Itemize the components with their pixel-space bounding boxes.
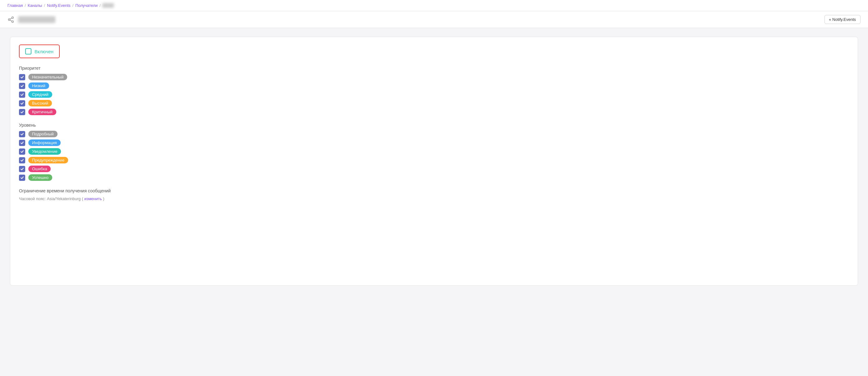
breadcrumb-sep-3: / <box>72 3 74 8</box>
priority-tag-0: Незначительный <box>28 74 67 80</box>
timezone-paren-open: ( <box>82 196 83 201</box>
priority-item-2: Средний <box>19 91 849 98</box>
level-section: Уровень Подробный Информация Уведомление <box>19 123 849 181</box>
enabled-checkbox[interactable] <box>25 48 31 55</box>
breadcrumb-current <box>102 3 114 8</box>
share-icon <box>7 16 14 23</box>
priority-title: Приоритет <box>19 66 849 71</box>
enabled-checkbox-box[interactable]: Включен <box>19 45 60 58</box>
timezone-change-link[interactable]: изменить <box>84 196 102 201</box>
priority-item-4: Критичный <box>19 109 849 115</box>
timezone-label: Часовой пояс: Asia/Yekaterinburg <box>19 196 81 201</box>
level-tag-3: Предупреждение <box>28 157 68 164</box>
content-card: Включен Приоритет Незначительный Низкий <box>10 37 858 286</box>
level-tag-2: Уведомление <box>28 148 61 155</box>
priority-tag-1: Низкий <box>28 83 49 89</box>
sub-bar-left <box>7 16 55 23</box>
level-item-2: Уведомление <box>19 148 849 155</box>
back-button[interactable]: « Notify.Events <box>825 15 861 24</box>
level-check-3[interactable] <box>19 157 25 164</box>
breadcrumb-home[interactable]: Главная <box>7 3 23 8</box>
priority-item-0: Незначительный <box>19 74 849 80</box>
level-check-5[interactable] <box>19 175 25 181</box>
priority-tag-3: Высокий <box>28 100 52 107</box>
time-limit-title: Ограничение времени получения сообщений <box>19 188 849 193</box>
level-tag-0: Подробный <box>28 131 58 137</box>
level-check-4[interactable] <box>19 166 25 172</box>
svg-point-0 <box>12 17 14 18</box>
top-bar: Главная / Каналы / Notify.Events / Получ… <box>0 0 868 11</box>
svg-point-2 <box>12 21 14 22</box>
priority-tag-4: Критичный <box>28 109 56 115</box>
priority-check-4[interactable] <box>19 109 25 115</box>
time-limit-section: Ограничение времени получения сообщений … <box>19 188 849 201</box>
level-item-4: Ошибка <box>19 166 849 172</box>
level-check-0[interactable] <box>19 131 25 137</box>
priority-section: Приоритет Незначительный Низкий Средний <box>19 66 849 115</box>
level-check-1[interactable] <box>19 140 25 146</box>
svg-line-4 <box>10 18 12 19</box>
page-title-blurred <box>18 16 55 23</box>
level-item-5: Успешно <box>19 174 849 181</box>
breadcrumb-recipients[interactable]: Получатели <box>75 3 98 8</box>
level-tag-1: Информация <box>28 140 61 146</box>
breadcrumb-channels[interactable]: Каналы <box>28 3 42 8</box>
breadcrumb-sep-2: / <box>44 3 45 8</box>
priority-check-1[interactable] <box>19 83 25 89</box>
level-tag-4: Ошибка <box>28 166 51 172</box>
breadcrumb-sep-1: / <box>25 3 26 8</box>
priority-item-1: Низкий <box>19 83 849 89</box>
priority-check-0[interactable] <box>19 74 25 80</box>
priority-tag-2: Средний <box>28 91 52 98</box>
breadcrumb: Главная / Каналы / Notify.Events / Получ… <box>7 3 114 8</box>
svg-line-3 <box>10 20 12 21</box>
breadcrumb-sep-4: / <box>99 3 101 8</box>
priority-item-3: Высокий <box>19 100 849 107</box>
priority-check-3[interactable] <box>19 100 25 107</box>
level-item-1: Информация <box>19 140 849 146</box>
timezone-paren-close: ) <box>103 196 104 201</box>
breadcrumb-notify-events[interactable]: Notify.Events <box>47 3 71 8</box>
level-item-0: Подробный <box>19 131 849 137</box>
level-title: Уровень <box>19 123 849 127</box>
svg-point-1 <box>8 19 10 21</box>
sub-bar: « Notify.Events <box>0 11 868 28</box>
main-content: Включен Приоритет Незначительный Низкий <box>0 28 868 294</box>
timezone-row: Часовой пояс: Asia/Yekaterinburg ( измен… <box>19 196 849 201</box>
level-tag-5: Успешно <box>28 174 52 181</box>
priority-check-2[interactable] <box>19 91 25 98</box>
level-item-3: Предупреждение <box>19 157 849 164</box>
enabled-label: Включен <box>34 49 54 54</box>
level-check-2[interactable] <box>19 148 25 155</box>
